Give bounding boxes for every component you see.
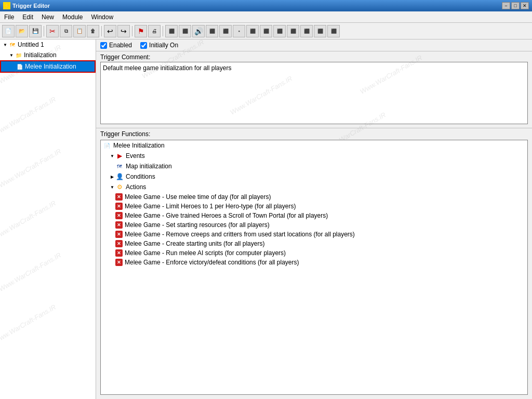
separator-3 [132,26,132,36]
func-actions[interactable]: ▼ ⚙ Actions [101,182,527,192]
separator-1 [44,26,44,36]
func-action-5-label: Melee Game - Remove creeps and critters … [125,231,355,238]
events-expand: ▼ [109,153,115,159]
delete-button[interactable]: 🗑 [87,25,99,37]
close-button[interactable]: ✕ [521,2,529,9]
actions-icon: ⚙ [115,183,124,191]
tool-btn-2[interactable]: ⬛ [179,25,191,37]
func-action-5[interactable]: ✕ Melee Game - Remove creeps and critter… [101,230,527,239]
comment-textarea[interactable] [100,62,528,124]
expand-icon-init: ▼ [8,52,15,58]
root-icon: 🗺 [8,41,17,49]
func-action-7-label: Melee Game - Run melee AI scripts (for c… [125,249,286,257]
conditions-icon: 👤 [115,172,124,181]
func-events[interactable]: ▼ ▶ Events [101,151,527,161]
redo-button[interactable]: ↪ [117,25,130,37]
tree-label-melee-init: Melee Initialization [25,63,76,70]
tool-btn-3[interactable]: 🔊 [192,25,205,37]
menu-module[interactable]: Module [58,12,87,22]
tool-btn-5[interactable]: ⬛ [219,25,232,37]
cut-button[interactable]: ✂ [46,25,59,37]
menu-file[interactable]: File [0,12,18,22]
comment-area: Trigger Comment: [96,51,532,128]
func-events-label: Events [126,152,145,159]
action-3-icon: ✕ [115,212,123,219]
initially-on-label: Initially On [149,42,178,49]
func-melee-init-label: Melee Initialization [113,142,165,149]
copy-button[interactable]: ⧉ [60,25,72,37]
main-container: Www.WarCraft-Fans.IR Www.WarCraft-Fans.I… [0,39,532,399]
tree-item-untitled1[interactable]: ▼ 🗺 Untitled 1 [0,39,96,50]
initially-on-checkbox[interactable] [140,42,147,49]
func-action-4-label: Melee Game - Set starting resources (for… [125,221,270,229]
tree-label-initialization: Initialization [24,51,57,59]
toolbar: 📄 📂 💾 ✂ ⧉ 📋 🗑 ↩ ↪ ⚑ 🖨 ⬛ ⬛ 🔊 ⬛ ⬛ ▪ ⬛ ⬛ ⬛ … [0,23,532,39]
func-action-1-label: Melee Game - Use melee time of day (for … [125,193,271,201]
menu-bar: File Edit New Module Window [0,11,532,23]
func-conditions[interactable]: ▶ 👤 Conditions [101,171,527,182]
watermark-5: Www.WarCraft-Fans.IR [0,251,62,293]
func-map-init-label: Map initialization [126,163,172,170]
func-action-6-label: Melee Game - Create starting units (for … [125,240,264,247]
print-button[interactable]: 🖨 [148,25,161,37]
func-melee-init[interactable]: 📄 Melee Initialization [101,140,527,151]
func-actions-label: Actions [126,183,146,191]
window-title: Trigger Editor [12,3,50,9]
func-map-init[interactable]: 🗺 Map initialization [101,161,527,171]
func-action-3[interactable]: ✕ Melee Game - Give trained Heroes a Scr… [101,211,527,220]
folder-icon: 📁 [15,51,23,59]
tool-btn-9[interactable]: ⬛ [273,25,286,37]
enabled-label: Enabled [109,42,132,49]
open-button[interactable]: 📂 [16,25,28,37]
func-action-8-label: Melee Game - Enforce victory/defeat cond… [125,259,299,266]
tool-btn-11[interactable]: ⬛ [300,25,313,37]
tool-btn-10[interactable]: ⬛ [287,25,299,37]
app-icon: ⚡ [3,2,10,9]
tool-btn-8[interactable]: ⬛ [260,25,272,37]
tool-btn-13[interactable]: ⬛ [327,25,340,37]
trigger-functions-panel[interactable]: 📄 Melee Initialization ▼ ▶ Events 🗺 Map … [100,140,528,395]
watermark-6: Www.WarCraft-Fans.IR [0,303,57,345]
tree-item-initialization[interactable]: ▼ 📁 Initialization [0,50,96,60]
tool-btn-6[interactable]: ▪ [233,25,245,37]
menu-new[interactable]: New [37,12,58,22]
initially-on-group: Initially On [140,42,178,49]
func-trigger-icon: 📄 [103,141,111,150]
func-conditions-label: Conditions [126,173,155,180]
tree-item-melee-init[interactable]: 📄 Melee Initialization [0,60,96,73]
separator-2 [101,26,102,36]
func-action-1[interactable]: ✕ Melee Game - Use melee time of day (fo… [101,192,527,202]
action-7-icon: ✕ [115,249,123,257]
comment-label: Trigger Comment: [100,54,528,61]
enabled-checkbox[interactable] [100,42,107,49]
right-panel: Www.WarCraft-Fans.IR Www.WarCraft-Fans.I… [96,39,532,399]
map-init-icon: 🗺 [115,162,124,170]
trigger-functions-label: Trigger Functions: [96,128,532,140]
func-action-8[interactable]: ✕ Melee Game - Enforce victory/defeat co… [101,258,527,267]
new-button[interactable]: 📄 [2,25,15,37]
flag-button[interactable]: ⚑ [135,25,147,37]
tool-btn-12[interactable]: ⬛ [314,25,326,37]
enabled-group: Enabled [100,42,132,49]
save-button[interactable]: 💾 [29,25,42,37]
minimize-button[interactable]: − [502,2,510,9]
tool-btn-1[interactable]: ⬛ [165,25,178,37]
menu-window[interactable]: Window [87,12,117,22]
tool-btn-4[interactable]: ⬛ [206,25,218,37]
func-action-2-label: Melee Game - Limit Heroes to 1 per Hero-… [125,203,296,210]
func-action-7[interactable]: ✕ Melee Game - Run melee AI scripts (for… [101,248,527,258]
conditions-expand: ▶ [109,174,115,180]
maximize-button[interactable]: □ [511,2,520,9]
expand-icon: ▼ [2,42,8,48]
undo-button[interactable]: ↩ [104,25,116,37]
action-1-icon: ✕ [115,193,123,201]
actions-expand: ▼ [109,184,115,190]
menu-edit[interactable]: Edit [18,12,37,22]
func-action-6[interactable]: ✕ Melee Game - Create starting units (fo… [101,239,527,248]
func-action-4[interactable]: ✕ Melee Game - Set starting resources (f… [101,220,527,230]
tool-btn-7[interactable]: ⬛ [246,25,259,37]
paste-button[interactable]: 📋 [73,25,86,37]
left-panel: Www.WarCraft-Fans.IR Www.WarCraft-Fans.I… [0,39,96,399]
func-action-2[interactable]: ✕ Melee Game - Limit Heroes to 1 per Her… [101,202,527,211]
watermark-3: Www.WarCraft-Fans.IR [0,147,62,189]
